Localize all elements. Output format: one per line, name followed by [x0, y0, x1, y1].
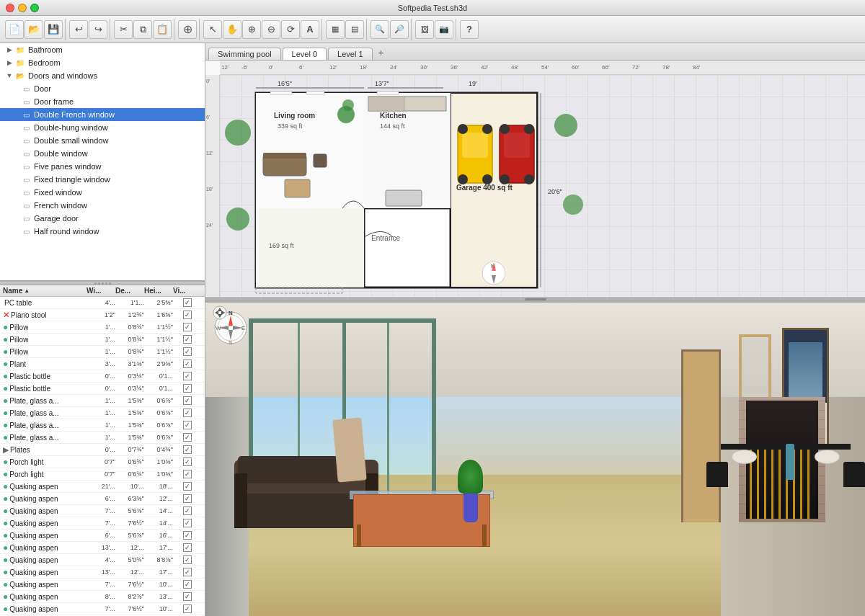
checkbox-12[interactable]: ✓: [183, 445, 192, 454]
prop-row-4[interactable]: ●Pillow 1'... 0'8¾" 1'1½" ✓: [0, 346, 205, 358]
paste-icon[interactable]: 📋: [153, 20, 172, 39]
checkbox-20[interactable]: ✓: [183, 543, 192, 552]
add-item-icon[interactable]: ⊕: [178, 20, 197, 39]
tab-swimming-pool[interactable]: Swimming pool: [208, 48, 281, 60]
view-resize-arrows[interactable]: [213, 305, 227, 320]
visible-cell-12[interactable]: ✓: [173, 445, 202, 454]
video-render-icon[interactable]: 📷: [435, 20, 453, 39]
select-icon[interactable]: ↖: [203, 20, 222, 39]
visible-cell-5[interactable]: ✓: [173, 360, 202, 368]
expander-bedroom[interactable]: ▶: [4, 59, 14, 66]
tree-item-fixed-triangle-window[interactable]: ▭ Fixed triangle window: [0, 173, 205, 186]
col-name[interactable]: Name ▲: [3, 287, 86, 295]
visible-cell-19[interactable]: ✓: [173, 531, 202, 540]
prop-row-7[interactable]: ●Plastic bottle 0'... 0'3¼" 0'1... ✓: [0, 383, 205, 395]
checkbox-11[interactable]: ✓: [183, 433, 192, 442]
checkbox-13[interactable]: ✓: [183, 457, 192, 466]
checkbox-14[interactable]: ✓: [183, 470, 192, 478]
visible-cell-23[interactable]: ✓: [173, 580, 202, 589]
prop-row-5[interactable]: ●Plant 3'... 3'1⅜" 2'9⅜" ✓: [0, 358, 205, 370]
tree-item-door[interactable]: ▭ Door: [0, 82, 205, 95]
visible-cell-3[interactable]: ✓: [173, 335, 202, 344]
left-panel-resize-handle[interactable]: [202, 43, 205, 616]
tab-level-1[interactable]: Level 1: [328, 48, 372, 60]
tree-item-double-window[interactable]: ▭ Double window: [0, 147, 205, 160]
visible-cell-15[interactable]: ✓: [173, 482, 202, 491]
visible-cell-10[interactable]: ✓: [173, 421, 202, 429]
zoom-out-icon[interactable]: 🔎: [390, 20, 409, 39]
checkbox-17[interactable]: ✓: [183, 506, 192, 515]
prop-row-6[interactable]: ●Plastic bottle 0'... 0'3¼" 0'1... ✓: [0, 370, 205, 383]
tree-item-half-round-window[interactable]: ▭ Half round window: [0, 225, 205, 238]
tab-level-0[interactable]: Level 0: [283, 48, 327, 60]
prop-row-10[interactable]: ●Plate, glass a... 1'... 1'5⅜" 0'6⅞" ✓: [0, 419, 205, 432]
checkbox-0[interactable]: ✓: [183, 298, 192, 307]
minimize-button[interactable]: [18, 4, 27, 12]
prop-row-23[interactable]: ●Quaking aspen 7'... 7'6½" 10'... ✓: [0, 579, 205, 591]
help-icon[interactable]: ?: [460, 20, 479, 39]
maximize-button[interactable]: [30, 4, 39, 12]
col-width[interactable]: Wi...: [86, 287, 115, 295]
prop-row-11[interactable]: ●Plate, glass a... 1'... 1'5⅜" 0'6⅞" ✓: [0, 432, 205, 444]
tree-item-double-french-window[interactable]: ▭ Double French window: [0, 108, 205, 121]
col-visible[interactable]: Vi...: [173, 287, 202, 295]
tree-item-fixed-window[interactable]: ▭ Fixed window: [0, 186, 205, 199]
prop-row-25[interactable]: ●Quaking aspen 7'... 7'6½" 10'... ✓: [0, 603, 205, 615]
prop-row-20[interactable]: ●Quaking aspen 13'... 12'... 17'... ✓: [0, 542, 205, 554]
col-height[interactable]: Hei...: [144, 287, 173, 295]
tree-item-french-window[interactable]: ▭ French window: [0, 199, 205, 212]
visible-cell-22[interactable]: ✓: [173, 568, 202, 576]
save-icon[interactable]: 💾: [44, 20, 63, 39]
tree-item-bedroom[interactable]: ▶ 📁 Bedroom: [0, 56, 205, 69]
floor-plan-canvas[interactable]: 12' -6' 0' 6' 12' 18' 24' 30' 36' 42' 48…: [205, 61, 865, 301]
tree-item-five-panes-window[interactable]: ▭ Five panes window: [0, 160, 205, 173]
visible-cell-16[interactable]: ✓: [173, 494, 202, 503]
prop-row-13[interactable]: ●Porch light 0'7" 0'6¾" 1'0⅜" ✓: [0, 456, 205, 468]
checkbox-25[interactable]: ✓: [183, 604, 192, 613]
cut-icon[interactable]: ✂: [114, 20, 133, 39]
checkbox-4[interactable]: ✓: [183, 347, 192, 356]
photo-render-icon[interactable]: 🖼: [415, 20, 434, 39]
visible-cell-0[interactable]: ✓: [173, 298, 202, 307]
copy-icon[interactable]: ⧉: [133, 20, 152, 39]
checkbox-22[interactable]: ✓: [183, 568, 192, 576]
visible-cell-2[interactable]: ✓: [173, 323, 202, 331]
prop-row-22[interactable]: ●Quaking aspen 13'... 12'... 17'... ✓: [0, 566, 205, 579]
checkbox-21[interactable]: ✓: [183, 555, 192, 564]
furniture-tree[interactable]: ▶ 📁 Bathroom ▶ 📁 Bedroom ▼ 📂 Doors and w…: [0, 43, 205, 281]
zoom-plus-icon[interactable]: ⊕: [242, 20, 261, 39]
prop-row-24[interactable]: ●Quaking aspen 8'... 8'2⅞" 13'... ✓: [0, 591, 205, 603]
checkbox-23[interactable]: ✓: [183, 580, 192, 589]
expander-doors-windows[interactable]: ▼: [4, 72, 14, 79]
visible-cell-13[interactable]: ✓: [173, 457, 202, 466]
checkbox-9[interactable]: ✓: [183, 409, 192, 417]
checkbox-2[interactable]: ✓: [183, 323, 192, 331]
tree-item-double-small-window[interactable]: ▭ Double small window: [0, 134, 205, 147]
visible-cell-8[interactable]: ✓: [173, 396, 202, 405]
visible-cell-24[interactable]: ✓: [173, 592, 202, 601]
checkbox-5[interactable]: ✓: [183, 360, 192, 368]
prop-row-14[interactable]: ●Porch light 0'7" 0'6¾" 1'0⅜" ✓: [0, 468, 205, 481]
open-icon[interactable]: 📂: [25, 20, 43, 39]
checkbox-19[interactable]: ✓: [183, 531, 192, 540]
3d-view[interactable]: N S W E: [205, 303, 865, 616]
checkbox-10[interactable]: ✓: [183, 421, 192, 429]
3d-view-icon[interactable]: ▤: [345, 20, 364, 39]
checkbox-3[interactable]: ✓: [183, 335, 192, 344]
tree-item-double-hung-window[interactable]: ▭ Double-hung window: [0, 121, 205, 134]
prop-row-1[interactable]: ✕Piano stool 1'2" 1'2¾" 1'6⅝" ✓: [0, 309, 205, 321]
checkbox-8[interactable]: ✓: [183, 396, 192, 405]
properties-table[interactable]: Name ▲ Wi... De... Hei... Vi... PC table…: [0, 285, 205, 616]
prop-row-21[interactable]: ●Quaking aspen 4'... 5'0¾" 8'8⅞" ✓: [0, 554, 205, 566]
close-button[interactable]: [6, 4, 14, 12]
rotate-icon[interactable]: ⟳: [281, 20, 300, 39]
floor-plan-content[interactable]: 16'5" 13'7" 19': [220, 75, 865, 301]
visible-cell-25[interactable]: ✓: [173, 604, 202, 613]
tree-item-door-frame[interactable]: ▭ Door frame: [0, 95, 205, 108]
prop-row-8[interactable]: ●Plate, glass a... 1'... 1'5⅜" 0'6⅞" ✓: [0, 395, 205, 407]
checkbox-16[interactable]: ✓: [183, 494, 192, 503]
col-depth[interactable]: De...: [115, 287, 144, 295]
prop-row-9[interactable]: ●Plate, glass a... 1'... 1'5⅜" 0'6⅞" ✓: [0, 407, 205, 419]
tree-item-garage-door[interactable]: ▭ Garage door: [0, 212, 205, 225]
add-tab-button[interactable]: +: [374, 45, 389, 60]
